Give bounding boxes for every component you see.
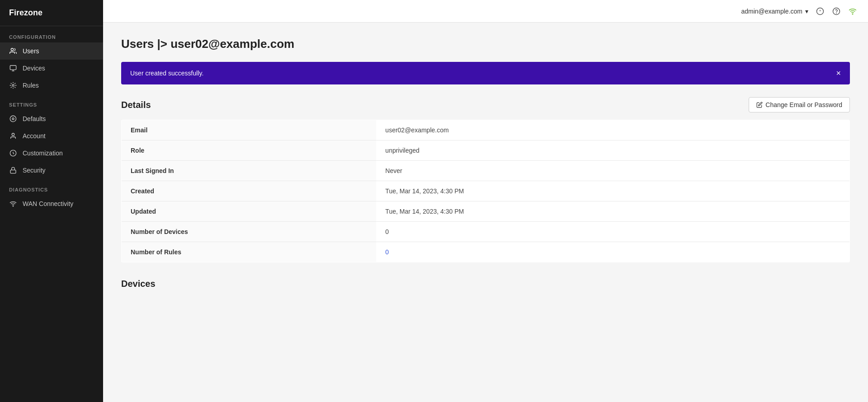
alert-message: User created successfully. <box>130 70 203 77</box>
sidebar-rules-label: Rules <box>23 82 39 89</box>
security-icon <box>9 166 17 174</box>
wan-icon <box>9 200 17 208</box>
svg-point-10 <box>836 13 837 13</box>
sidebar-wan-label: WAN Connectivity <box>23 200 73 207</box>
help-icon[interactable] <box>832 7 841 16</box>
user-email: admin@example.com <box>741 8 802 15</box>
rules-icon <box>9 81 17 89</box>
field-value-updated: Tue, Mar 14, 2023, 4:30 PM <box>376 201 849 222</box>
sidebar-item-wan[interactable]: WAN Connectivity <box>0 195 103 212</box>
table-row: Email user02@example.com <box>122 120 850 140</box>
main-area: admin@example.com ▾ <box>103 0 868 402</box>
svg-point-4 <box>12 133 14 136</box>
devices-section: Devices <box>121 279 850 289</box>
edit-icon <box>756 102 763 108</box>
devices-icon <box>9 64 17 72</box>
svg-point-7 <box>13 206 13 206</box>
table-row: Created Tue, Mar 14, 2023, 4:30 PM <box>122 181 850 201</box>
defaults-icon <box>9 115 17 123</box>
table-row: Number of Rules 0 <box>122 242 850 262</box>
svg-rect-6 <box>10 170 16 173</box>
notifications-icon[interactable] <box>816 7 825 16</box>
svg-rect-1 <box>10 65 16 70</box>
settings-section-label: SETTINGS <box>0 94 103 110</box>
svg-point-2 <box>12 84 14 86</box>
sidebar-item-account[interactable]: Account <box>0 127 103 145</box>
customization-icon <box>9 149 17 157</box>
diagnostics-section-label: DIAGNOSTICS <box>0 179 103 195</box>
table-row: Last Signed In Never <box>122 161 850 181</box>
svg-point-0 <box>11 48 13 51</box>
sidebar-item-customization[interactable]: Customization <box>0 145 103 162</box>
wifi-icon[interactable] <box>848 7 857 16</box>
breadcrumb-separator: |> <box>157 37 171 51</box>
details-section-title: Details <box>121 100 151 110</box>
field-label-last-signed-in: Last Signed In <box>122 161 377 181</box>
change-email-password-button[interactable]: Change Email or Password <box>749 97 850 112</box>
svg-point-11 <box>852 14 853 14</box>
field-value-num-rules: 0 <box>376 242 849 262</box>
app-logo: Firezone <box>0 0 103 26</box>
sidebar-security-label: Security <box>23 167 46 174</box>
account-icon <box>9 132 17 140</box>
sidebar: Firezone CONFIGURATION Users Devices <box>0 0 103 402</box>
field-value-created: Tue, Mar 14, 2023, 4:30 PM <box>376 181 849 201</box>
alert-close-button[interactable]: × <box>836 69 841 77</box>
field-label-role: Role <box>122 140 377 161</box>
details-section-header: Details Change Email or Password <box>121 97 850 112</box>
field-value-email: user02@example.com <box>376 120 849 140</box>
breadcrumb-current: user02@example.com <box>170 37 294 51</box>
field-value-num-devices: 0 <box>376 222 849 242</box>
sidebar-item-defaults[interactable]: Defaults <box>0 110 103 127</box>
field-value-role: unprivileged <box>376 140 849 161</box>
field-label-updated: Updated <box>122 201 377 222</box>
alert-banner: User created successfully. × <box>121 62 850 84</box>
field-label-created: Created <box>122 181 377 201</box>
user-chevron-icon: ▾ <box>805 8 808 15</box>
sidebar-item-users[interactable]: Users <box>0 42 103 60</box>
sidebar-item-security[interactable]: Security <box>0 162 103 179</box>
details-table: Email user02@example.com Role unprivileg… <box>121 120 850 262</box>
table-row: Role unprivileged <box>122 140 850 161</box>
user-menu[interactable]: admin@example.com ▾ <box>741 8 808 15</box>
sidebar-users-label: Users <box>23 47 39 55</box>
devices-section-title: Devices <box>121 279 850 289</box>
page-title: Users |> user02@example.com <box>121 37 850 51</box>
sidebar-item-devices[interactable]: Devices <box>0 60 103 77</box>
field-label-num-rules: Number of Rules <box>122 242 377 262</box>
field-label-email: Email <box>122 120 377 140</box>
table-row: Updated Tue, Mar 14, 2023, 4:30 PM <box>122 201 850 222</box>
topbar: admin@example.com ▾ <box>103 0 868 23</box>
sidebar-account-label: Account <box>23 132 46 140</box>
page-content: Users |> user02@example.com User created… <box>103 23 868 402</box>
users-icon <box>9 47 17 55</box>
sidebar-defaults-label: Defaults <box>23 115 46 122</box>
svg-point-3 <box>12 118 14 120</box>
num-rules-link[interactable]: 0 <box>385 248 389 256</box>
breadcrumb-parent: Users <box>121 37 154 51</box>
sidebar-devices-label: Devices <box>23 65 45 72</box>
sidebar-customization-label: Customization <box>23 150 63 157</box>
config-section-label: CONFIGURATION <box>0 26 103 42</box>
change-button-label: Change Email or Password <box>765 101 842 108</box>
sidebar-item-rules[interactable]: Rules <box>0 77 103 94</box>
field-value-last-signed-in: Never <box>376 161 849 181</box>
field-label-num-devices: Number of Devices <box>122 222 377 242</box>
table-row: Number of Devices 0 <box>122 222 850 242</box>
